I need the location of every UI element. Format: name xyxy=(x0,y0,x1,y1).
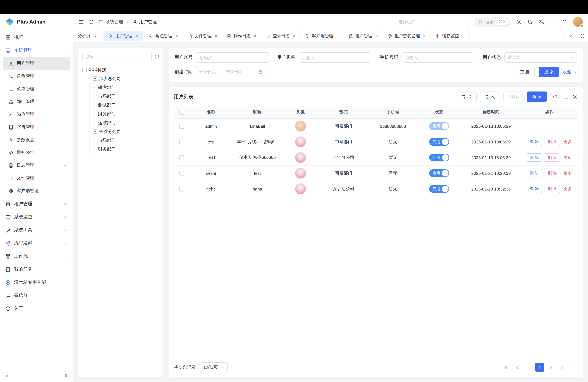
tree-node[interactable]: −长沙分公司 xyxy=(87,127,159,136)
table-settings-icon[interactable] xyxy=(572,94,578,100)
tab-close-icon[interactable]: × xyxy=(336,33,339,38)
tree-expander-icon[interactable]: − xyxy=(93,129,97,134)
language-icon[interactable] xyxy=(539,19,545,25)
sidebar-item[interactable]: 我的任务 xyxy=(0,263,73,276)
more-button[interactable]: 更多 xyxy=(563,185,572,193)
sidebar-subitem[interactable]: 通知公告 xyxy=(3,146,70,159)
pin-sidebar-icon[interactable] xyxy=(64,374,68,378)
sidebar-subitem[interactable]: 客户端管理 xyxy=(3,185,70,197)
search-button[interactable]: 搜 索 xyxy=(539,67,559,77)
status-toggle[interactable]: 启用 xyxy=(429,169,449,177)
menu-toggle-icon[interactable] xyxy=(78,19,84,25)
import-button[interactable]: 导 入 xyxy=(480,91,500,102)
sidebar-item[interactable]: 租户管理 xyxy=(0,197,73,211)
tabs-dropdown-button[interactable] xyxy=(565,29,576,42)
row-checkbox[interactable] xyxy=(179,155,184,160)
status-toggle[interactable]: 启用 xyxy=(429,138,449,146)
tab[interactable]: 文件管理× xyxy=(183,29,222,42)
tab-close-icon[interactable]: × xyxy=(175,33,178,38)
prev-page-button[interactable] xyxy=(524,363,533,372)
status-toggle[interactable]: 启用 xyxy=(429,185,449,193)
edit-button[interactable]: 编 辑 xyxy=(526,138,542,146)
select-all-checkbox[interactable] xyxy=(179,110,184,115)
page-number[interactable]: 1 xyxy=(535,363,544,372)
tab-close-icon[interactable]: × xyxy=(423,33,426,38)
notifications-icon[interactable] xyxy=(562,19,567,25)
sidebar-item[interactable]: 系统工具 xyxy=(0,224,73,236)
tree-node[interactable]: 运维部门 xyxy=(93,118,159,127)
sidebar-subitem[interactable]: 文件管理 xyxy=(3,172,70,184)
row-delete-button[interactable]: 删 除 xyxy=(545,169,560,177)
sidebar-item[interactable]: 系统管理 xyxy=(0,44,73,57)
tree-node[interactable]: −深圳总公司 xyxy=(87,74,159,83)
row-checkbox[interactable] xyxy=(179,171,184,176)
tab[interactable]: 角色管理× xyxy=(144,29,183,42)
tab-close-icon[interactable]: × xyxy=(214,33,217,38)
dept-search-input[interactable] xyxy=(82,52,152,62)
prev-block-button[interactable] xyxy=(513,363,522,372)
tab-close-icon[interactable]: × xyxy=(375,33,378,38)
edit-button[interactable]: 编 辑 xyxy=(526,185,542,193)
fullscreen-icon[interactable] xyxy=(550,19,556,25)
sidebar-item[interactable]: 流程发起 xyxy=(0,236,73,250)
edit-button[interactable]: 编 辑 xyxy=(526,169,542,177)
more-button[interactable]: 更多 xyxy=(563,153,572,162)
tab[interactable]: 租户管理× xyxy=(344,29,383,42)
reset-button[interactable]: 重 置 xyxy=(515,67,535,77)
export-button[interactable]: 导 出 xyxy=(457,91,477,102)
pin-icon[interactable] xyxy=(93,34,98,38)
sidebar-item[interactable]: 系统监控 xyxy=(0,211,73,224)
tree-node[interactable]: 财务部门 xyxy=(93,145,159,154)
sidebar-item[interactable]: 关于 xyxy=(0,302,73,315)
tab[interactable]: 登录日志× xyxy=(261,29,300,42)
tree-expander-icon[interactable]: − xyxy=(93,76,97,81)
breadcrumb-item[interactable]: 系统管理 xyxy=(99,19,123,25)
sidebar-subitem[interactable]: 岗位管理 xyxy=(3,108,70,121)
sidebar-subitem[interactable]: 字典管理 xyxy=(3,121,70,133)
first-page-button[interactable] xyxy=(502,363,511,372)
global-search[interactable]: 搜索 ⌘ K xyxy=(474,17,510,27)
tab-close-icon[interactable]: × xyxy=(462,33,465,38)
sidebar-subitem[interactable]: 部门管理 xyxy=(3,95,70,108)
dark-mode-icon[interactable] xyxy=(527,19,533,25)
table-fullscreen-icon[interactable] xyxy=(563,94,569,100)
row-delete-button[interactable]: 删 除 xyxy=(545,138,560,146)
status-toggle[interactable]: 启用 xyxy=(429,154,449,161)
tree-node[interactable]: 市场部门 xyxy=(93,136,159,145)
edit-button[interactable]: 编 辑 xyxy=(526,153,542,162)
page-size-select[interactable]: 10条/页 xyxy=(200,362,228,372)
more-button[interactable]: 更多 xyxy=(563,138,572,146)
next-page-button[interactable] xyxy=(546,363,555,372)
app-logo[interactable]: Plus Admin xyxy=(0,14,73,29)
batch-delete-button[interactable]: 删 除 xyxy=(504,91,524,102)
row-delete-button[interactable]: 删 除 xyxy=(545,153,560,162)
breadcrumb-item-current[interactable]: 用户管理 xyxy=(132,19,157,25)
last-page-button[interactable] xyxy=(568,363,578,372)
more-button[interactable]: 更多 xyxy=(563,169,572,177)
tab[interactable]: 操作日志× xyxy=(222,29,261,42)
content-fullscreen-button[interactable] xyxy=(576,29,588,42)
tab-close-icon[interactable]: × xyxy=(254,33,257,38)
tab[interactable]: 缓存监控× xyxy=(431,29,470,42)
tree-node[interactable]: −XXX科技 xyxy=(82,65,159,74)
add-button[interactable]: 新 增 xyxy=(527,91,547,102)
sidebar-subitem[interactable]: 菜单管理 xyxy=(3,83,70,95)
sidebar-subitem[interactable]: 日志管理 xyxy=(3,159,70,171)
sidebar-subitem[interactable]: 用户管理 xyxy=(3,57,70,70)
tree-node[interactable]: 财务部门 xyxy=(93,109,159,118)
tree-refresh-icon[interactable] xyxy=(154,54,159,59)
settings-icon[interactable] xyxy=(516,19,522,25)
row-delete-button[interactable]: 删 除 xyxy=(545,185,560,193)
tab[interactable]: 分析页 xyxy=(73,29,103,42)
phone-input[interactable] xyxy=(401,52,474,63)
tenant-select-input[interactable] xyxy=(395,17,468,27)
tab-close-icon[interactable]: × xyxy=(293,33,296,38)
sidebar-item[interactable]: 微信群 xyxy=(0,289,73,302)
sidebar-subitem[interactable]: 参数设置 xyxy=(3,134,70,146)
collapse-sidebar-icon[interactable] xyxy=(5,374,9,378)
sidebar-subitem[interactable]: 角色管理 xyxy=(3,70,70,82)
account-input[interactable] xyxy=(196,52,269,63)
status-select[interactable]: 请选择 xyxy=(504,52,577,63)
tab[interactable]: 用户管理× xyxy=(104,31,143,41)
sidebar-item[interactable]: 工作流 xyxy=(0,250,73,263)
